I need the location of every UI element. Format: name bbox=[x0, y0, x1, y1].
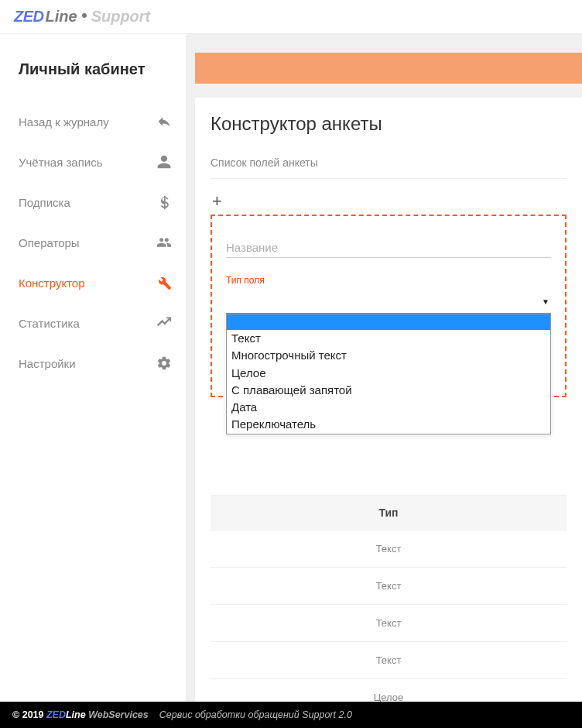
sidebar-item-statistics[interactable]: Статистика bbox=[0, 303, 186, 343]
fields-list-subtitle: Список полей анкеты bbox=[211, 156, 567, 179]
chart-icon bbox=[156, 315, 172, 331]
field-type-select[interactable]: ▼ bbox=[226, 292, 551, 314]
field-type-option[interactable]: Текст bbox=[227, 330, 550, 347]
sidebar: Личный кабинет Назад к журналу Учётная з… bbox=[0, 34, 186, 702]
field-type-option[interactable]: Дата bbox=[227, 399, 550, 416]
table-row[interactable]: Целое bbox=[211, 679, 567, 702]
footer-line: Line bbox=[66, 709, 86, 720]
sidebar-item-label: Учётная запись bbox=[19, 156, 103, 169]
fields-table: Тип Текст Текст Текст Текст Целое Многос… bbox=[211, 495, 567, 702]
field-type-dropdown: Текст Многострочный текст Целое С плаваю… bbox=[226, 314, 551, 434]
footer-copyright-prefix: © 2019 bbox=[12, 709, 46, 720]
table-row[interactable]: Текст bbox=[211, 642, 567, 679]
person-icon bbox=[156, 154, 172, 170]
constructor-card: Конструктор анкеты Список полей анкеты +… bbox=[195, 98, 582, 702]
wrench-icon bbox=[156, 275, 172, 290]
field-type-option[interactable]: Многострочный текст bbox=[227, 347, 550, 364]
footer-webservices: WebServices bbox=[86, 709, 149, 720]
field-type-option[interactable]: С плавающей запятой bbox=[227, 382, 550, 399]
sidebar-item-subscription[interactable]: Подписка bbox=[0, 182, 186, 222]
sidebar-item-label: Подписка bbox=[19, 196, 70, 209]
dollar-icon bbox=[156, 194, 172, 210]
table-header-type: Тип bbox=[211, 495, 567, 531]
table-row[interactable]: Текст bbox=[211, 568, 567, 605]
gear-icon bbox=[156, 355, 172, 371]
main-area: Конструктор анкеты Список полей анкеты +… bbox=[186, 34, 582, 702]
logo-separator-dot bbox=[82, 13, 87, 18]
footer-zed: ZED bbox=[46, 709, 66, 720]
sidebar-item-settings[interactable]: Настройки bbox=[0, 343, 186, 383]
table-row[interactable]: Текст bbox=[211, 605, 567, 642]
new-field-form: Тип поля ▼ Текст Многострочный текст Цел… bbox=[211, 215, 567, 397]
logo-zed: ZED bbox=[14, 8, 44, 26]
logo-line: Line bbox=[46, 8, 77, 26]
sidebar-item-constructor[interactable]: Конструктор bbox=[0, 263, 186, 303]
sidebar-item-account[interactable]: Учётная запись bbox=[0, 142, 186, 182]
sidebar-item-label: Статистика bbox=[19, 317, 80, 330]
field-type-option[interactable] bbox=[227, 314, 550, 330]
field-type-option[interactable]: Переключатель bbox=[227, 416, 550, 433]
footer: © 2019 ZEDLine WebServices Сервис обрабо… bbox=[0, 702, 582, 728]
sidebar-title: Личный кабинет bbox=[0, 53, 186, 101]
sidebar-item-operators[interactable]: Операторы bbox=[0, 222, 186, 263]
sidebar-item-label: Конструктор bbox=[19, 276, 85, 290]
reply-icon bbox=[156, 114, 172, 129]
field-type-option[interactable]: Целое bbox=[227, 365, 550, 382]
page-title: Конструктор анкеты bbox=[211, 113, 567, 135]
sidebar-item-label: Настройки bbox=[19, 357, 76, 370]
notification-banner bbox=[195, 53, 582, 84]
chevron-down-icon: ▼ bbox=[542, 297, 549, 306]
sidebar-item-label: Операторы bbox=[19, 236, 80, 249]
sidebar-item-label: Назад к журналу bbox=[19, 115, 109, 129]
footer-description: Сервис обработки обращений Support 2.0 bbox=[159, 709, 352, 720]
top-header: ZED Line Support bbox=[0, 0, 582, 34]
sidebar-item-back-to-journal[interactable]: Назад к журналу bbox=[0, 101, 186, 142]
field-name-input[interactable] bbox=[226, 238, 551, 258]
people-icon bbox=[156, 235, 172, 250]
logo-support: Support bbox=[91, 8, 151, 26]
table-row[interactable]: Текст bbox=[211, 531, 567, 568]
add-field-button[interactable]: + bbox=[211, 193, 224, 210]
field-type-label: Тип поля bbox=[226, 275, 551, 286]
footer-copyright: © 2019 ZEDLine WebServices bbox=[12, 709, 149, 720]
